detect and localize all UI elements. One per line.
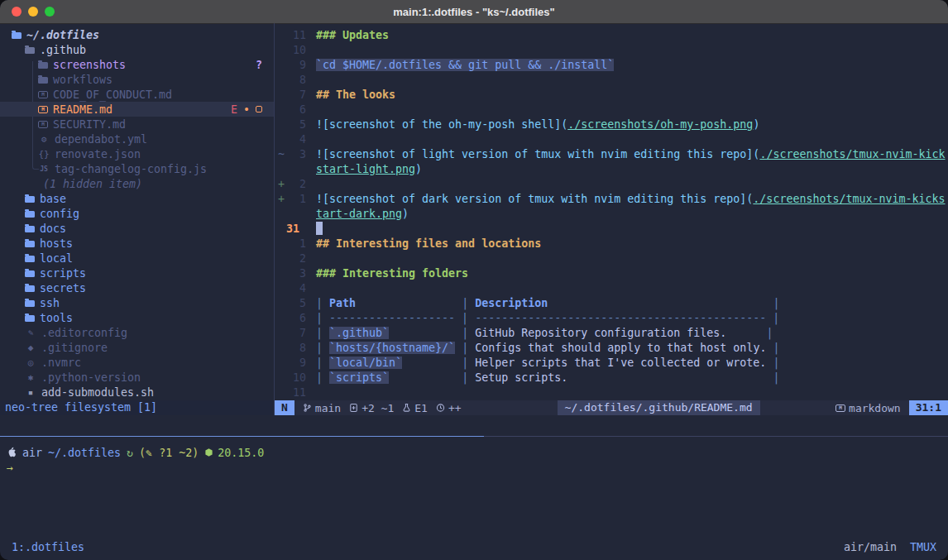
cursor-block [316, 222, 323, 235]
tree-item-screenshots[interactable]: screenshots ? [0, 57, 274, 72]
tree-item-github[interactable]: .github [0, 42, 274, 57]
editor-current-line[interactable]: 31 [275, 222, 948, 237]
editor-line[interactable]: 9| `local/bin` | Helper scripts that I'v… [275, 356, 948, 371]
line-number: 10 [286, 43, 306, 58]
tree-item-label: .editorconfig [41, 327, 127, 339]
line-text: ![screenshot of the oh-my-posh shell](./… [316, 117, 759, 132]
tree-item-label: ssh [40, 297, 60, 309]
tree-item-python-version[interactable]: ✱ .python-version [0, 370, 274, 385]
editor-line[interactable]: 11### Updates [275, 28, 948, 43]
extra-text: ++ [448, 402, 462, 414]
tree-item-scripts[interactable]: scripts [0, 266, 274, 280]
tree-item-label: README.md [53, 103, 113, 116]
tree-item-label: workflows [53, 74, 113, 86]
tree-item-dependabot[interactable]: ⚙ dependabot.yml [0, 132, 274, 146]
shell-input-line[interactable]: → [7, 460, 13, 475]
line-number: 1 [286, 237, 306, 251]
zoom-button[interactable] [45, 7, 55, 17]
markdown-file-icon [38, 121, 48, 128]
tree-item-label: docs [40, 223, 66, 235]
filetype-label: markdown [849, 402, 901, 414]
editor-line[interactable]: 11 [275, 385, 948, 400]
tree-item-label: base [40, 193, 66, 205]
git-sync-icon: ↻ [127, 447, 133, 459]
tree-item-secrets[interactable]: secrets [0, 280, 274, 295]
tree-item-hosts[interactable]: hosts [0, 236, 274, 251]
tree-item-nvmrc[interactable]: ◎ .nvmrc [0, 355, 274, 370]
editor-line[interactable]: 6| ------------------- | ---------------… [275, 311, 948, 326]
tree-item-workflows[interactable]: workflows [0, 72, 274, 87]
line-number: 9 [286, 356, 306, 371]
line-number: 3 [286, 147, 306, 162]
tree-item-docs[interactable]: docs [0, 221, 274, 236]
editor-line[interactable]: 7| `.github` | GitHub Repository configu… [275, 326, 948, 341]
tree-item-label: ~/.dotfiles [26, 29, 99, 41]
tree-item-code-of-conduct[interactable]: CODE_OF_CONDUCT.md [0, 87, 274, 102]
line-text: ![screenshot of light version of tmux wi… [316, 147, 946, 162]
line-number: 11 [286, 28, 306, 43]
tree-item-label: renovate.json [55, 148, 141, 160]
tree-item-add-submodules[interactable]: ▪ add-submodules.sh [0, 385, 274, 400]
folder-icon [25, 196, 35, 203]
editor-line[interactable]: 3### Interesting folders [275, 266, 948, 281]
line-number: 8 [286, 341, 306, 356]
clock-icon [436, 403, 445, 413]
editor-line[interactable]: +1![screenshot of dark version of tmux w… [275, 192, 948, 207]
node-version: 20.15.0 [218, 447, 264, 459]
editor-line[interactable]: 4 [275, 281, 948, 296]
minimize-button[interactable] [28, 7, 38, 17]
tree-item-ssh[interactable]: ssh [0, 295, 274, 310]
tree-item-security[interactable]: SECURITY.md [0, 117, 274, 132]
editor-line[interactable]: 10| `scripts` | Setup scripts. | [275, 371, 948, 385]
inactive-pane-border[interactable] [484, 436, 948, 437]
line-number: 2 [286, 177, 306, 192]
tree-item-editorconfig[interactable]: ✎ .editorconfig [0, 325, 274, 340]
line-text: start-light.png) [316, 162, 422, 177]
git-branch-item: main [303, 402, 341, 414]
json-braces-icon: {} [38, 149, 50, 160]
close-button[interactable] [12, 7, 22, 17]
git-diff-item: +2 ~1 [349, 402, 394, 414]
tree-item-local[interactable]: local [0, 251, 274, 266]
git-untracked-icon: ? [256, 59, 262, 71]
editor-line[interactable]: ~3![screenshot of light version of tmux … [275, 147, 948, 162]
editor-line[interactable]: 7## The looks [275, 88, 948, 103]
editor-line[interactable]: 10 [275, 43, 948, 58]
line-number: 10 [286, 371, 306, 385]
apple-icon [7, 447, 17, 458]
shell-prompt-line: air ~/.dotfiles ↻ (✎ ?1 ~2) 20.15.0 [7, 445, 264, 460]
tree-item-renovate[interactable]: {} renovate.json [0, 146, 274, 161]
tree-item-tag-changelog[interactable]: JS tag-changelog-config.js [0, 161, 274, 176]
editor-line[interactable]: 6 [275, 103, 948, 117]
tree-item-label: scripts [40, 267, 86, 280]
editor-line[interactable]: 9`cd $HOME/.dotfiles && git pull && ./in… [275, 58, 948, 73]
editor-line-wrap[interactable]: tart-dark.png) [275, 207, 948, 222]
editor-line[interactable]: 8| `hosts/{hostname}/` | Configs that sh… [275, 341, 948, 356]
diagnostic-error-icon: E [231, 103, 237, 116]
tree-item-label: SECURITY.md [53, 118, 126, 131]
neo-tree-statusline: neo-tree filesystem [1] [0, 400, 274, 415]
tree-item-gitignore[interactable]: ◆ .gitignore [0, 340, 274, 355]
editor-line[interactable]: 1## Interesting files and locations [275, 237, 948, 251]
diff-icon [349, 403, 358, 413]
line-text: ## Interesting files and locations [316, 237, 541, 251]
editor-line[interactable]: 8 [275, 73, 948, 88]
editor-line-wrap[interactable]: start-light.png) [275, 162, 948, 177]
line-text: | `.github` | GitHub Repository configur… [316, 326, 773, 341]
git-modified-icon [256, 106, 262, 112]
tree-item-readme-selected[interactable]: README.md E • [0, 102, 274, 117]
tree-item-root[interactable]: ~/.dotfiles [0, 27, 274, 42]
tree-item-tools[interactable]: tools [0, 310, 274, 325]
editor-line[interactable]: 5| Path | Description | [275, 296, 948, 311]
shell-script-icon: ▪ [25, 387, 36, 398]
tree-item-config[interactable]: config [0, 206, 274, 221]
active-pane-border[interactable] [0, 436, 484, 437]
editor-line[interactable]: 4 [275, 132, 948, 147]
editor-line[interactable]: +2 [275, 177, 948, 192]
editor-line[interactable]: 5![screenshot of the oh-my-posh shell](.… [275, 117, 948, 132]
line-number: 6 [286, 311, 306, 326]
tree-item-base[interactable]: base [0, 191, 274, 206]
editor-line[interactable]: 2 [275, 251, 948, 266]
tmux-window-tab[interactable]: 1:.dotfiles [12, 541, 84, 553]
hidden-items-label: (1 hidden item) [43, 178, 142, 190]
